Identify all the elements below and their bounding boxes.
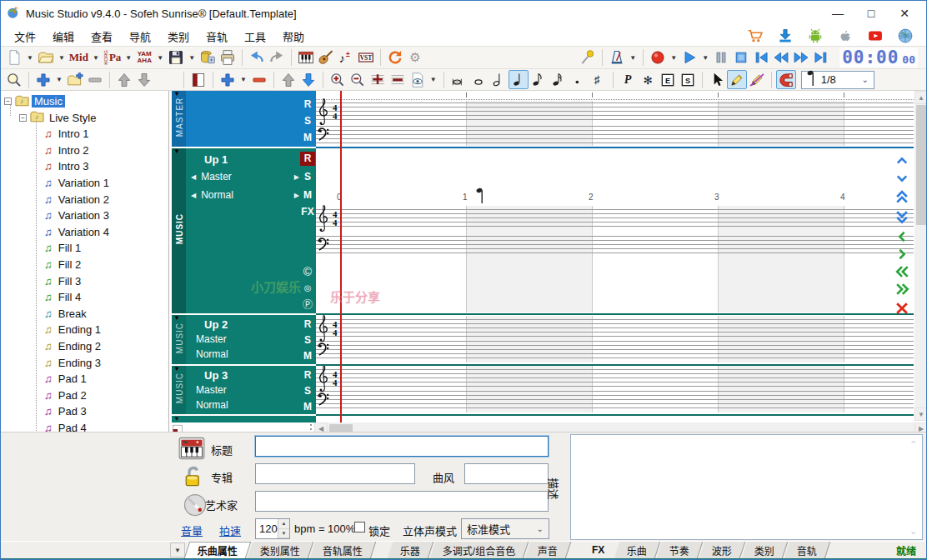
move-down-button[interactable] (134, 70, 154, 89)
tab-5[interactable]: 声音 (525, 542, 572, 558)
note-sixteenth-button[interactable] (549, 70, 569, 89)
menu-4[interactable]: 类别 (159, 27, 198, 46)
zoom-in-button[interactable] (328, 70, 348, 89)
korg-pa-dropdown-arrow[interactable]: ▼ (123, 54, 134, 62)
tab-11[interactable]: 音轨 (784, 542, 831, 558)
globe-icon[interactable] (897, 28, 914, 44)
note-eighth-button[interactable] (529, 70, 549, 89)
vst-button[interactable]: VST (356, 48, 376, 68)
tempo-lock-checkbox[interactable] (354, 522, 365, 532)
tab-10[interactable]: 类别 (742, 542, 789, 558)
track-selector-1[interactable]: ◀Master▶ (191, 171, 299, 182)
search-button[interactable] (4, 70, 24, 89)
volume-knob-icon[interactable] (183, 492, 208, 520)
nav-page-down-button[interactable] (893, 208, 911, 225)
refresh-button[interactable] (385, 48, 405, 68)
download-icon[interactable] (777, 28, 794, 44)
track-button-s[interactable]: S (300, 384, 315, 398)
track-name[interactable]: Up 1 (204, 153, 228, 166)
event-edit-button[interactable]: E (658, 70, 678, 89)
genre-input[interactable] (464, 463, 549, 484)
staff-collapse-button[interactable] (388, 70, 408, 89)
tree-item-intro-1[interactable]: ♫Intro 1 (44, 126, 92, 142)
microphone-button[interactable] (578, 48, 598, 68)
view-options-button[interactable] (408, 70, 428, 89)
tab-2[interactable]: 音轨属性 (310, 542, 377, 558)
tempo-spinner[interactable]: 120 ▲▼ (255, 518, 290, 539)
tree-item-fill-4[interactable]: ♫Fill 4 (44, 289, 83, 305)
note-dot-button[interactable] (569, 70, 589, 89)
track-name[interactable]: Up 2 (204, 318, 228, 331)
open-dropdown-arrow[interactable]: ▼ (56, 54, 68, 62)
metronome-button[interactable] (607, 48, 627, 68)
track-selector-2[interactable]: Normal (191, 399, 299, 411)
redo-button[interactable] (267, 48, 287, 68)
new-dropdown-arrow[interactable]: ▼ (24, 54, 36, 62)
arrow-left-icon[interactable]: ◀ (191, 173, 196, 181)
android-icon[interactable] (807, 28, 824, 44)
settings-button[interactable]: ⚙ (405, 48, 425, 68)
remove-track-button[interactable] (249, 70, 269, 89)
menu-2[interactable]: 查看 (83, 27, 121, 46)
note-quarter-button[interactable] (509, 70, 529, 89)
note-event[interactable] (476, 188, 486, 207)
midi-button[interactable]: Mid (68, 48, 90, 68)
vertical-scroll-thumb[interactable] (916, 105, 926, 225)
step-forward-button[interactable] (811, 48, 831, 68)
tab-3[interactable]: 乐器 (388, 542, 434, 558)
yamaha-dropdown-arrow[interactable]: ▼ (154, 54, 166, 62)
note-edit-button[interactable]: ♪± (336, 48, 356, 68)
album-input[interactable] (255, 463, 415, 484)
collapse-icon[interactable]: ▼ (173, 148, 180, 155)
step-edit-button[interactable]: S (678, 70, 698, 89)
nav-up-button[interactable] (893, 152, 911, 169)
tree-item-intro-3[interactable]: ♫Intro 3 (44, 158, 92, 174)
track-move-down-button[interactable] (298, 70, 318, 89)
track-button-m[interactable]: M (300, 188, 315, 202)
tab-1[interactable]: 类别属性 (248, 542, 314, 558)
tree-item-fill-2[interactable]: ♫Fill 2 (44, 257, 83, 272)
cart-icon[interactable] (747, 28, 764, 44)
nav-right-button[interactable] (893, 246, 911, 262)
youtube-icon[interactable] (867, 28, 884, 44)
undo-button[interactable] (247, 48, 267, 68)
scroll-down-icon[interactable]: ▼ (914, 408, 927, 421)
staff-expand-button[interactable] (368, 70, 388, 89)
track-button-s[interactable]: S (300, 170, 315, 184)
tab-9[interactable]: 波形 (699, 542, 746, 558)
note-breve-button[interactable] (448, 70, 469, 89)
export-button[interactable] (198, 48, 218, 68)
tab-8[interactable]: 节奏 (657, 542, 704, 558)
fast-forward-button[interactable] (791, 48, 811, 68)
apple-icon[interactable] (837, 28, 854, 44)
menu-3[interactable]: 导航 (121, 27, 159, 46)
snap-magnet-button[interactable] (776, 70, 796, 89)
tree-item-ending-2[interactable]: ♫Ending 2 (44, 338, 103, 354)
zoom-out-button[interactable] (348, 70, 368, 89)
track-header-master[interactable]: ▼MASTERRSM (172, 91, 316, 147)
track-header-up3[interactable]: ▼MUSICUp 3MasterNormalRSM (172, 366, 316, 414)
rewind-button[interactable] (771, 48, 791, 68)
arrow-right-icon[interactable]: ▶ (294, 173, 299, 181)
tree-item-fill-3[interactable]: ♫Fill 3 (44, 273, 83, 289)
track-selector-1[interactable]: Master (191, 384, 299, 396)
tree-item-live-style[interactable]: −♪Live Style (19, 110, 98, 126)
note-length-dropdown[interactable]: 1/8 ⌄ (801, 71, 874, 89)
play-button[interactable] (679, 48, 699, 68)
nav-page-left-button[interactable] (893, 263, 911, 280)
open-button[interactable] (36, 48, 56, 68)
add-folder-button[interactable] (65, 70, 85, 89)
track-button-s[interactable]: S (300, 114, 315, 128)
add-category-button[interactable] (33, 70, 53, 89)
timeline-ruler[interactable] (316, 91, 914, 100)
metronome-dropdown-arrow[interactable]: ▼ (627, 54, 639, 62)
arrow-right-icon[interactable]: ▶ (294, 192, 299, 199)
tree-item-ending-1[interactable]: ♫Ending 1 (44, 322, 103, 338)
menu-5[interactable]: 音轨 (198, 27, 236, 46)
spin-up-icon[interactable]: ▲ (278, 519, 289, 529)
track-panel-button[interactable] (188, 70, 208, 89)
track-button-m[interactable]: M (300, 349, 315, 363)
volume-link[interactable]: 音量 (181, 522, 203, 538)
nav-left-button[interactable] (893, 228, 911, 245)
track-button-m[interactable]: M (300, 400, 315, 414)
